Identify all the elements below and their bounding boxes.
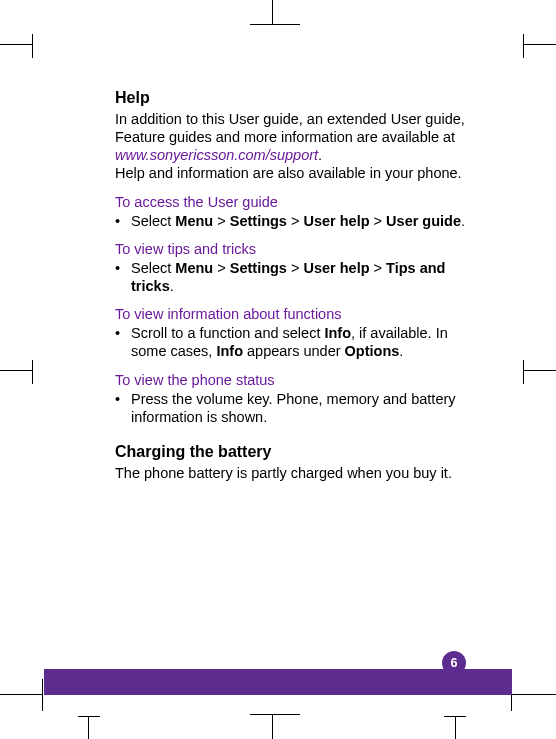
support-link: www.sonyericsson.com/support	[115, 147, 318, 163]
page-content: Help In addition to this User guide, an …	[115, 88, 476, 482]
help-intro: In addition to this User guide, an exten…	[115, 110, 476, 183]
charging-text: The phone battery is partly charged when…	[115, 464, 476, 482]
list-item: Select Menu > Settings > User help > Tip…	[115, 259, 476, 295]
list-item: Press the volume key. Phone, memory and …	[115, 390, 476, 426]
subhead-phone-status: To view the phone status	[115, 371, 476, 389]
help-heading: Help	[115, 88, 476, 108]
subhead-functions: To view information about functions	[115, 305, 476, 323]
list-item: Select Menu > Settings > User help > Use…	[115, 212, 476, 230]
list-item: Scroll to a function and select Info, if…	[115, 324, 476, 360]
footer-bar	[44, 669, 512, 695]
charging-heading: Charging the battery	[115, 442, 476, 462]
subhead-access-user-guide: To access the User guide	[115, 193, 476, 211]
subhead-tips-tricks: To view tips and tricks	[115, 240, 476, 258]
